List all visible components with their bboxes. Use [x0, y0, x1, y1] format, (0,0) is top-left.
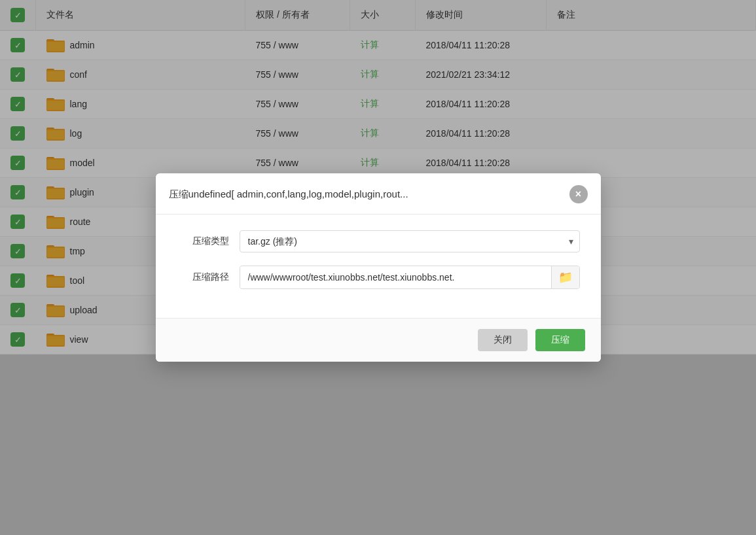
- compress-path-input-wrapper: 📁: [240, 266, 580, 289]
- modal-body: 压缩类型 tar.gz (推荐)ziptar.bz2tar ▾ 压缩路径 📁: [156, 215, 601, 318]
- compress-path-row: 压缩路径 📁: [177, 266, 580, 289]
- modal-overlay: 压缩undefined[ admin,conf,lang,log,model,p…: [0, 0, 756, 535]
- folder-browse-button[interactable]: 📁: [551, 266, 579, 288]
- folder-icon: 📁: [558, 270, 573, 285]
- modal-title: 压缩undefined[ admin,conf,lang,log,model,p…: [169, 188, 408, 201]
- modal-close-button[interactable]: ×: [569, 185, 588, 203]
- modal-header: 压缩undefined[ admin,conf,lang,log,model,p…: [156, 173, 601, 215]
- compress-type-label: 压缩类型: [177, 235, 229, 247]
- compress-path-label: 压缩路径: [177, 271, 229, 283]
- close-button[interactable]: 关闭: [478, 329, 528, 351]
- modal-footer: 关闭 压缩: [156, 318, 601, 362]
- compress-type-select-wrapper: tar.gz (推荐)ziptar.bz2tar ▾: [240, 230, 580, 252]
- compress-modal: 压缩undefined[ admin,conf,lang,log,model,p…: [156, 173, 601, 362]
- compress-type-row: 压缩类型 tar.gz (推荐)ziptar.bz2tar ▾: [177, 230, 580, 252]
- compress-button[interactable]: 压缩: [535, 329, 585, 351]
- compress-path-input[interactable]: [240, 267, 551, 288]
- compress-type-control: tar.gz (推荐)ziptar.bz2tar ▾: [240, 230, 580, 252]
- compress-type-select[interactable]: tar.gz (推荐)ziptar.bz2tar: [240, 230, 580, 252]
- compress-path-control: 📁: [240, 266, 580, 289]
